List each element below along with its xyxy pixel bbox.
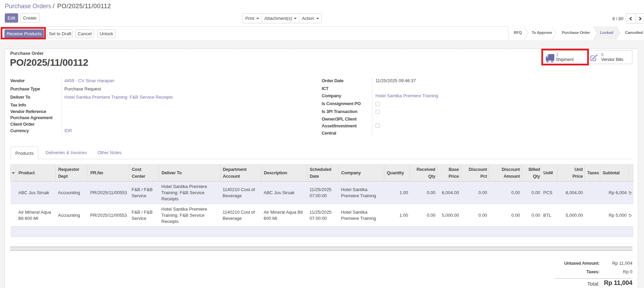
svg-text:To Approve: To Approve (532, 30, 552, 35)
svg-text:RFQ: RFQ (514, 30, 522, 35)
svg-text:Purchase Order: Purchase Order (562, 30, 590, 35)
svg-text:Locked: Locked (600, 30, 613, 35)
svg-text:Cancelled: Cancelled (625, 30, 643, 35)
